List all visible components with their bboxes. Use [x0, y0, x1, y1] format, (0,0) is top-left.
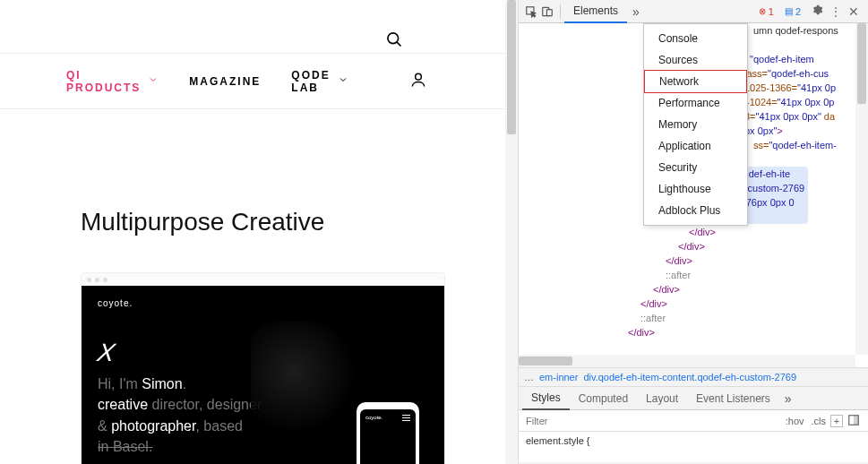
demo-card-body: coyote. X Hi, I'm Simon. creative direct…	[82, 286, 444, 464]
menu-adblock-plus[interactable]: Adblock Plus	[644, 200, 747, 221]
svg-point-0	[388, 33, 399, 44]
gear-icon[interactable]	[807, 4, 827, 19]
menu-lighthouse[interactable]: Lighthouse	[644, 178, 747, 200]
nav-qode-lab[interactable]: QODE LAB	[291, 69, 348, 94]
nav-label: QI PRODUCTS	[66, 69, 141, 94]
breadcrumb-item[interactable]: em-inner	[539, 372, 578, 382]
hero-x-mark: X	[95, 339, 116, 367]
menu-memory[interactable]: Memory	[644, 114, 747, 135]
styles-body[interactable]: element.style {	[519, 432, 868, 462]
message-icon: ▤	[785, 6, 793, 16]
computed-toggle-icon[interactable]	[845, 414, 863, 428]
main-nav: QI PRODUCTS MAGAZINE QODE LAB	[0, 54, 518, 109]
new-style-rule-icon[interactable]: +	[830, 415, 843, 427]
chevron-down-icon	[148, 74, 159, 88]
scrollbar-thumb[interactable]	[507, 0, 516, 134]
tab-styles[interactable]: Styles	[522, 387, 570, 410]
error-count-badge[interactable]: ⊗1	[754, 5, 778, 18]
close-icon[interactable]: ✕	[845, 4, 863, 19]
styles-filter-input[interactable]	[519, 416, 783, 426]
error-icon: ⊗	[759, 6, 766, 16]
webpage-pane: QI PRODUCTS MAGAZINE QODE LAB Multipurpo…	[0, 0, 518, 464]
breadcrumb-item-selected[interactable]: div.qodef-eh-item-content.qodef-eh-custo…	[583, 372, 796, 382]
search-icon[interactable]	[385, 30, 403, 52]
menu-network[interactable]: Network	[644, 70, 747, 93]
cls-toggle[interactable]: .cls	[809, 416, 829, 426]
scrollbar-thumb[interactable]	[857, 23, 866, 104]
hov-toggle[interactable]: :hov	[783, 416, 807, 426]
page-heading: Multipurpose Creative	[81, 208, 518, 236]
tabs-overflow-menu: Console Sources Network Performance Memo…	[643, 23, 748, 226]
page-scrollbar[interactable]	[505, 0, 518, 464]
nav-label: QODE LAB	[291, 69, 330, 94]
top-strip	[0, 0, 518, 54]
device-toggle-icon[interactable]	[540, 4, 554, 19]
tab-layout[interactable]: Layout	[637, 387, 687, 410]
svg-point-2	[415, 73, 421, 80]
demo-card[interactable]: coyote. X Hi, I'm Simon. creative direct…	[81, 272, 445, 464]
menu-application[interactable]: Application	[644, 135, 747, 157]
code-scrollbar-horizontal[interactable]	[519, 355, 855, 367]
menu-sources[interactable]: Sources	[644, 49, 747, 71]
menu-security[interactable]: Security	[644, 157, 747, 178]
hero-figure	[251, 322, 358, 464]
devtools-toolbar: Elements » ⊗1 ▤2 ⋮ ✕	[519, 0, 868, 23]
code-scrollbar-vertical[interactable]	[855, 23, 868, 355]
card-brand: coyote.	[98, 298, 428, 308]
svg-rect-7	[855, 415, 859, 425]
breadcrumb-ellipsis[interactable]: …	[524, 372, 534, 382]
nav-qi-products[interactable]: QI PRODUCTS	[66, 69, 159, 94]
tab-event-listeners[interactable]: Event Listeners	[687, 387, 779, 410]
tab-elements[interactable]: Elements	[564, 0, 627, 23]
scrollbar-thumb[interactable]	[519, 357, 572, 365]
devtools-pane: Elements » ⊗1 ▤2 ⋮ ✕ Console Sources Net…	[518, 0, 868, 464]
chevron-down-icon	[338, 74, 348, 88]
message-count-badge[interactable]: ▤2	[780, 5, 805, 18]
menu-performance[interactable]: Performance	[644, 92, 747, 114]
svg-rect-5	[546, 9, 552, 15]
phone-mockup: coyote.	[357, 402, 419, 464]
kebab-menu-icon[interactable]: ⋮	[827, 5, 845, 18]
more-tabs-chevron-icon[interactable]: »	[627, 4, 645, 19]
elements-breadcrumb: … em-inner div.qodef-eh-item-content.qod…	[519, 367, 868, 387]
user-icon[interactable]	[409, 71, 427, 91]
svg-line-1	[397, 42, 400, 46]
styles-tabs: Styles Computed Layout Event Listeners »	[519, 387, 868, 410]
browser-chrome-dots	[82, 273, 444, 286]
inspect-icon[interactable]	[524, 4, 538, 19]
page-content: Multipurpose Creative coyote. X Hi, I'm …	[0, 109, 518, 464]
menu-console[interactable]: Console	[644, 28, 747, 49]
phone-brand: coyote.	[365, 415, 382, 420]
more-styles-tabs-icon[interactable]: »	[779, 391, 797, 406]
nav-label: MAGAZINE	[189, 75, 261, 88]
tab-computed[interactable]: Computed	[570, 387, 637, 410]
styles-filter-row: :hov .cls +	[519, 410, 868, 432]
nav-magazine[interactable]: MAGAZINE	[189, 75, 261, 88]
hamburger-icon	[402, 415, 410, 421]
